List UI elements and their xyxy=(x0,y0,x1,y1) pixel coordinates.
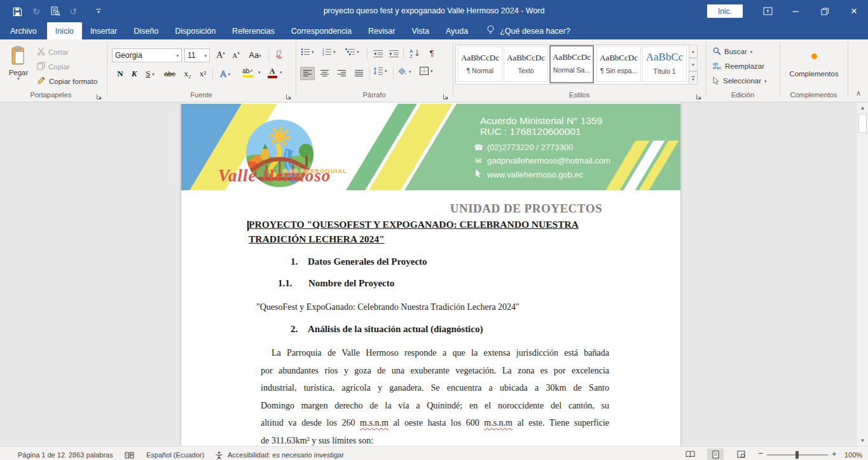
pilcrow-icon[interactable]: ¶ xyxy=(425,46,439,59)
bold-button[interactable]: N xyxy=(113,67,127,80)
format-painter-button[interactable]: Copiar formato xyxy=(37,76,97,87)
tab-revisar[interactable]: Revisar xyxy=(360,22,403,39)
restore-button[interactable] xyxy=(814,0,836,22)
style-texto[interactable]: AaBbCcDc Texto xyxy=(504,46,548,82)
grow-font-button[interactable]: A▴ xyxy=(214,49,228,62)
tab-disposicion[interactable]: Disposición xyxy=(167,22,224,39)
shrink-font-button[interactable]: A▾ xyxy=(229,49,243,62)
tab-referencias[interactable]: Referencias xyxy=(224,22,283,39)
heading-1-1[interactable]: 1.1. Nombre del Proyecto xyxy=(278,278,394,289)
ribbon-display-options-icon[interactable] xyxy=(761,4,775,18)
unit-heading[interactable]: UNIDAD DE PROYECTOS xyxy=(245,202,602,216)
tab-insertar[interactable]: Insertar xyxy=(82,22,125,39)
heading-2[interactable]: 2. Análisis de la situación actual (diag… xyxy=(291,324,483,335)
increase-indent-icon[interactable] xyxy=(387,47,401,60)
multilevel-list-icon[interactable]: ▾ xyxy=(345,48,359,56)
document-page[interactable]: GAD PARROQUIAL Valle Hermoso Acuerdo Min… xyxy=(181,102,680,446)
sort-icon[interactable]: AZ xyxy=(407,46,422,59)
heading-1[interactable]: 1. Datos Generales del Proyecto xyxy=(291,256,427,267)
select-button[interactable]: Seleccionar▾ xyxy=(713,74,767,87)
accessibility-status[interactable]: Accesibilidad: es necesario investigar xyxy=(228,451,344,460)
subscript-button[interactable]: x₂ xyxy=(181,67,195,80)
tell-me-box[interactable]: ¿Qué desea hacer? xyxy=(486,22,570,39)
paragraph-line[interactable]: La Parroquia de Valle Hermoso responde a… xyxy=(261,344,609,362)
paragraph-line[interactable]: de 311.63km² y sus límites son: xyxy=(261,432,609,447)
vertical-scrollbar[interactable]: ▲ ▼ xyxy=(857,102,868,446)
scrollbar-thumb[interactable] xyxy=(858,114,867,133)
paragraph-dialog-launcher-icon[interactable] xyxy=(443,91,450,99)
borders-icon[interactable]: ▾ xyxy=(420,67,433,75)
style-normal-sa-selected[interactable]: AaBbCcDc Normal Sa... xyxy=(549,45,594,83)
font-color-icon[interactable]: A xyxy=(265,66,280,79)
tab-inicio[interactable]: Inicio xyxy=(47,22,82,39)
tab-correspondencia[interactable]: Correspondencia xyxy=(283,22,360,39)
collapse-ribbon-icon[interactable]: ∧ xyxy=(853,88,864,98)
close-button[interactable]: ✕ xyxy=(843,0,865,22)
tab-archivo[interactable]: Archivo xyxy=(0,22,47,39)
language-indicator[interactable]: Español (Ecuador) xyxy=(146,451,204,460)
align-center-button[interactable] xyxy=(317,67,332,80)
font-color-dropdown-icon[interactable]: ▾ xyxy=(280,70,282,74)
text-effects-icon[interactable]: A▾ xyxy=(216,67,234,80)
zoom-level[interactable]: 100% xyxy=(844,451,862,460)
tab-diseno[interactable]: Diseño xyxy=(125,22,167,39)
doc-title-line1[interactable]: PROYECTO "QUESOFEST Y EXPOGANADO: CELEBR… xyxy=(249,219,579,230)
web-layout-icon[interactable] xyxy=(733,449,749,460)
highlight-color-icon[interactable]: ab xyxy=(238,66,258,79)
body-paragraph[interactable]: La Parroquia de Valle Hermoso responde a… xyxy=(261,344,609,446)
letterhead[interactable]: GAD PARROQUIAL Valle Hermoso Acuerdo Min… xyxy=(181,104,680,190)
shading-icon[interactable]: ▾ xyxy=(397,67,411,76)
clear-formatting-icon[interactable] xyxy=(272,48,286,61)
paragraph-line[interactable]: Domingo margen derecho de la vía a Quini… xyxy=(261,397,609,415)
read-mode-icon[interactable] xyxy=(682,449,698,460)
replace-button[interactable]: ab⇄ac Reemplazar xyxy=(713,60,764,73)
highlight-dropdown-icon[interactable]: ▾ xyxy=(258,70,261,74)
tab-ayuda[interactable]: Ayuda xyxy=(437,22,476,39)
superscript-button[interactable]: x² xyxy=(196,67,210,80)
align-left-button[interactable] xyxy=(300,67,315,80)
style-sin-espaciado[interactable]: AaBbCcDc ¶ Sin espa... xyxy=(596,46,641,82)
paragraph-line[interactable]: por abundantes ríos y goza de una exuber… xyxy=(261,362,609,380)
minimize-button[interactable]: ─ xyxy=(785,0,806,22)
tab-vista[interactable]: Vista xyxy=(403,22,437,39)
numbering-icon[interactable]: 123▾ xyxy=(322,48,336,56)
style-normal[interactable]: AaBbCcDc ¶ Normal xyxy=(458,46,502,82)
style-titulo-1[interactable]: AaBbCc Título 1 xyxy=(642,46,687,82)
styles-scroll-down-icon[interactable]: ▾ xyxy=(689,58,698,71)
decrease-indent-icon[interactable] xyxy=(371,47,385,60)
proofing-errors-icon[interactable] xyxy=(125,450,134,459)
strikethrough-button[interactable]: abc xyxy=(162,67,178,80)
scroll-down-icon[interactable]: ▼ xyxy=(857,435,868,446)
font-dialog-launcher-icon[interactable] xyxy=(286,91,293,99)
bullets-icon[interactable]: ▾ xyxy=(301,48,314,56)
paragraph-line[interactable]: industrial, turística, agrícola y ganade… xyxy=(261,379,609,397)
page-indicator[interactable]: Página 1 de 12 xyxy=(18,451,65,460)
sign-in-button[interactable]: Inic. ses. xyxy=(707,4,743,18)
zoom-slider-thumb[interactable] xyxy=(796,451,799,459)
project-name-quote[interactable]: "QuesoFest y ExpoGanado: Celebrando Nues… xyxy=(256,302,520,312)
justify-button[interactable] xyxy=(352,67,366,80)
word-count[interactable]: 2863 palabras xyxy=(69,451,113,460)
font-size-select[interactable]: 11▾ xyxy=(184,48,210,62)
align-right-button[interactable] xyxy=(334,67,349,80)
doc-title-line2[interactable]: TRADICIÓN LECHERA 2024" xyxy=(249,233,385,245)
accessibility-icon[interactable] xyxy=(215,450,223,459)
paragraph-line[interactable]: altitud va desde los 260 m.s.n.m al oest… xyxy=(261,414,609,432)
line-spacing-icon[interactable]: ▾ xyxy=(373,67,387,75)
font-family-select[interactable]: Georgia▾ xyxy=(112,48,182,62)
paste-button[interactable]: Pegar ▾ xyxy=(4,45,33,87)
styles-more-icon[interactable]: ▾ xyxy=(689,71,698,85)
italic-button[interactable]: K xyxy=(127,67,141,80)
underline-button[interactable]: S▾ xyxy=(141,67,159,80)
document-canvas[interactable]: GAD PARROQUIAL Valle Hermoso Acuerdo Min… xyxy=(0,102,857,446)
scroll-up-icon[interactable]: ▲ xyxy=(857,102,868,113)
addins-button[interactable]: Complementos xyxy=(782,45,846,87)
styles-scroll-up-icon[interactable]: ▴ xyxy=(689,45,698,58)
change-case-button[interactable]: Aa▾ xyxy=(245,49,265,62)
print-layout-icon[interactable] xyxy=(707,449,724,460)
zoom-in-button[interactable]: + xyxy=(832,450,837,459)
find-button[interactable]: Buscar▾ xyxy=(713,45,752,58)
clipboard-dialog-launcher-icon[interactable] xyxy=(96,91,104,99)
zoom-out-button[interactable]: − xyxy=(758,449,763,458)
styles-dialog-launcher-icon[interactable] xyxy=(696,91,703,99)
